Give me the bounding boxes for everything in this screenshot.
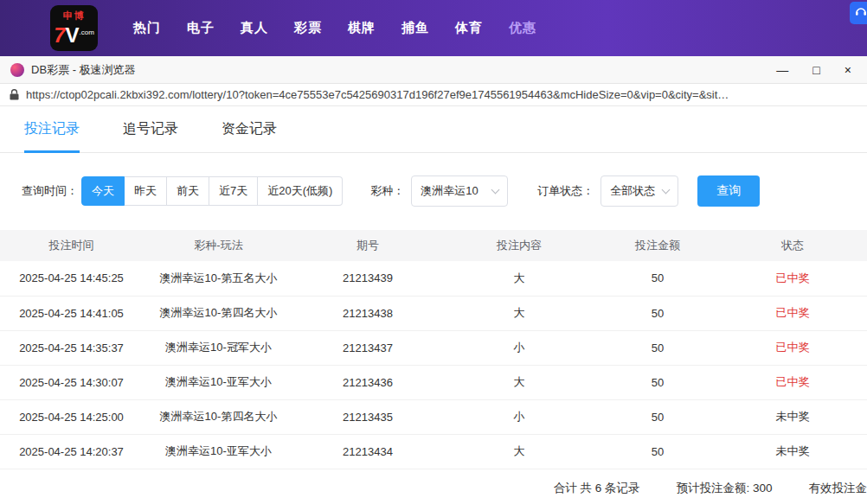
cell-game: 澳洲幸运10-第四名大小 (143, 296, 294, 330)
record-tabs: 投注记录 追号记录 资金记录 (0, 106, 867, 153)
site-nav: 申博 7V.com 热门 电子 真人 彩票 棋牌 捕鱼 体育 优惠 (0, 0, 867, 56)
table-row: 2025-04-25 14:41:05 澳洲幸运10-第四名大小 2121343… (0, 296, 867, 330)
cell-game: 澳洲幸运10-冠军大小 (143, 330, 294, 365)
header-issue: 期号 (294, 230, 441, 261)
cell-amount: 50 (597, 399, 718, 434)
cell-amount: 50 (597, 434, 718, 469)
url-text[interactable]: https://ctop02pcali.2kbxi392.com/lottery… (26, 88, 729, 101)
main-nav: 热门 电子 真人 彩票 棋牌 捕鱼 体育 优惠 (120, 20, 549, 36)
table-row: 2025-04-25 14:20:37 澳洲幸运10-亚军大小 21213434… (0, 434, 867, 469)
customer-service-button[interactable] (850, 2, 867, 24)
cell-issue: 21213434 (294, 434, 441, 469)
search-button[interactable]: 查询 (697, 175, 760, 207)
header-bet-time: 投注时间 (0, 230, 143, 261)
status-badge: 已中奖 (718, 365, 867, 399)
table-row: 2025-04-25 14:25:00 澳洲幸运10-第四名大小 2121343… (0, 399, 867, 434)
table-header: 投注时间 彩种-玩法 期号 投注内容 投注金额 状态 (0, 230, 867, 261)
cell-content: 大 (441, 296, 597, 330)
cell-issue: 21213437 (294, 330, 441, 365)
time-btn-7days[interactable]: 近7天 (209, 176, 258, 206)
status-badge: 已中奖 (718, 296, 867, 330)
time-btn-yesterday[interactable]: 昨天 (125, 176, 167, 206)
cell-issue: 21213439 (294, 261, 441, 296)
status-badge: 已中奖 (718, 330, 867, 365)
nav-item-lottery[interactable]: 彩票 (294, 20, 322, 36)
status-badge: 未中奖 (718, 434, 867, 469)
table-row: 2025-04-25 14:35:37 澳洲幸运10-冠军大小 21213437… (0, 330, 867, 365)
bet-records-table: 投注时间 彩种-玩法 期号 投注内容 投注金额 状态 2025-04-25 14… (0, 230, 867, 469)
cell-game: 澳洲幸运10-亚军大小 (143, 365, 294, 399)
address-bar[interactable]: https://ctop02pcali.2kbxi392.com/lottery… (0, 84, 867, 106)
browser-titlebar: DB彩票 - 极速浏览器 — □ × (0, 56, 867, 84)
nav-item-hot[interactable]: 热门 (133, 20, 161, 36)
order-status-select-value: 全部状态 (610, 183, 655, 199)
lottery-select[interactable]: 澳洲幸运10 (411, 175, 508, 207)
filter-bar: 查询时间： 今天 昨天 前天 近7天 近20天(低频) 彩种： 澳洲幸运10 订… (0, 153, 867, 230)
order-status-label: 订单状态： (537, 183, 594, 199)
cell-bet-time: 2025-04-25 14:41:05 (0, 296, 143, 330)
tab-bet-records[interactable]: 投注记录 (24, 106, 80, 152)
cell-bet-time: 2025-04-25 14:35:37 (0, 330, 143, 365)
minimize-icon[interactable]: — (776, 64, 788, 76)
window-controls: — □ × (776, 64, 857, 76)
window-title: DB彩票 - 极速浏览器 (31, 62, 136, 78)
time-btn-day-before[interactable]: 前天 (167, 176, 209, 206)
chevron-down-icon (662, 186, 671, 195)
cell-game: 澳洲幸运10-亚军大小 (143, 434, 294, 469)
cell-bet-time: 2025-04-25 14:45:25 (0, 261, 143, 296)
header-status: 状态 (718, 230, 867, 261)
cell-content: 大 (441, 261, 597, 296)
header-amount: 投注金额 (597, 230, 718, 261)
cell-issue: 21213436 (294, 365, 441, 399)
cell-game: 澳洲幸运10-第五名大小 (143, 261, 294, 296)
tab-chase-records[interactable]: 追号记录 (123, 106, 178, 152)
summary-total: 合计 共 6 条记录 (554, 481, 640, 496)
cell-issue: 21213438 (294, 296, 441, 330)
table-row: 2025-04-25 14:30:07 澳洲幸运10-亚军大小 21213436… (0, 365, 867, 399)
nav-item-sports[interactable]: 体育 (455, 20, 483, 36)
time-btn-20days[interactable]: 近20天(低频) (258, 176, 343, 206)
nav-item-chess[interactable]: 棋牌 (348, 20, 376, 36)
cell-bet-time: 2025-04-25 14:25:00 (0, 399, 143, 434)
lock-icon (10, 89, 19, 100)
status-badge: 未中奖 (718, 399, 867, 434)
logo-main-text: 7V.com (54, 22, 94, 47)
lottery-label: 彩种： (370, 183, 404, 199)
logo-top-text: 申博 (63, 10, 86, 22)
cell-content: 小 (441, 399, 597, 434)
header-content: 投注内容 (441, 230, 597, 261)
close-icon[interactable]: × (845, 64, 851, 76)
time-range-group: 今天 昨天 前天 近7天 近20天(低频) (81, 176, 343, 206)
query-time-label: 查询时间： (22, 183, 78, 199)
order-status-select[interactable]: 全部状态 (600, 175, 678, 207)
cell-amount: 50 (597, 261, 718, 296)
table-row: 2025-04-25 14:45:25 澳洲幸运10-第五名大小 2121343… (0, 261, 867, 296)
headset-icon (854, 4, 867, 22)
chevron-down-icon (491, 186, 500, 195)
browser-favicon-icon (10, 63, 24, 77)
cell-content: 大 (441, 365, 597, 399)
nav-item-promo[interactable]: 优惠 (509, 20, 536, 36)
nav-item-slots[interactable]: 电子 (187, 20, 215, 36)
summary-bar: 合计 共 6 条记录 预计投注金额: 300 有效投注金 (0, 469, 867, 496)
nav-item-live[interactable]: 真人 (241, 20, 268, 36)
header-game: 彩种-玩法 (143, 230, 294, 261)
cell-issue: 21213435 (294, 399, 441, 434)
cell-game: 澳洲幸运10-第四名大小 (143, 399, 294, 434)
nav-item-fishing[interactable]: 捕鱼 (401, 20, 429, 36)
maximize-icon[interactable]: □ (812, 64, 819, 76)
summary-valid-amount: 有效投注金 (809, 481, 867, 496)
site-logo[interactable]: 申博 7V.com (50, 5, 98, 51)
cell-amount: 50 (597, 330, 718, 365)
summary-expected-amount: 预计投注金额: 300 (676, 481, 772, 496)
cell-amount: 50 (597, 365, 718, 399)
time-btn-today[interactable]: 今天 (81, 176, 125, 206)
cell-bet-time: 2025-04-25 14:30:07 (0, 365, 143, 399)
tab-fund-records[interactable]: 资金记录 (222, 106, 277, 152)
lottery-select-value: 澳洲幸运10 (421, 183, 478, 199)
cell-content: 小 (441, 330, 597, 365)
cell-bet-time: 2025-04-25 14:20:37 (0, 434, 143, 469)
status-badge: 已中奖 (718, 261, 867, 296)
cell-content: 大 (441, 434, 597, 469)
cell-amount: 50 (597, 296, 718, 330)
